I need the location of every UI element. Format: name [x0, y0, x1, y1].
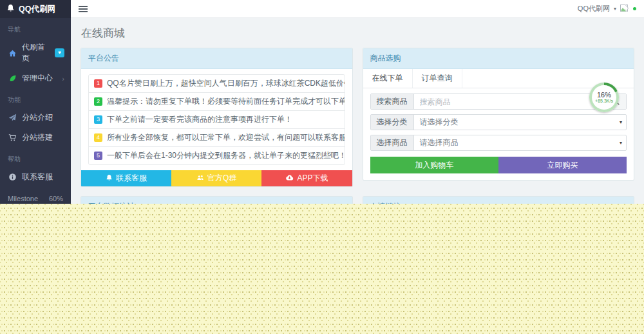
number-badge: 5: [94, 152, 102, 160]
cloud-download-icon: [285, 174, 294, 183]
number-badge: 1: [94, 79, 102, 88]
buy-now-button[interactable]: 立即购买: [498, 157, 627, 173]
home-icon: [8, 48, 17, 57]
broken-image-icon: [620, 5, 629, 14]
number-badge: 4: [94, 133, 102, 142]
users-icon: [196, 174, 204, 183]
announcement-text: 一般下单后会在1-30分钟内提交到服务器，就让单子来的更猛烈些吧！: [107, 150, 345, 161]
sidebar-item-label: 分站搭建: [22, 132, 53, 143]
sidebar-item-admin-center[interactable]: 管理中心 ›: [0, 68, 71, 88]
caret-down-icon: ▾: [614, 6, 616, 12]
cart-icon: [8, 133, 17, 142]
tab-order-query[interactable]: 订单查询: [413, 69, 462, 88]
panel-announcements-title: 平台公告: [81, 48, 352, 69]
category-select-row: 选择分类 请选择分类 ▾: [370, 114, 627, 130]
sidebar-item-contact-support[interactable]: 联系客服: [0, 167, 71, 187]
download-percent: 16%: [597, 91, 611, 99]
sidebar-item-home[interactable]: 代刷首页 ♥: [0, 37, 71, 68]
page-title: 在线商城: [80, 19, 634, 48]
search-product-input[interactable]: [414, 94, 605, 109]
download-progress-overlay[interactable]: 16% +85.3K/s: [589, 83, 619, 112]
caret-down-icon: ▾: [620, 119, 622, 125]
announcement-item: 3 下单之前请一定要看完该商品的注意事项再进行下单！: [89, 110, 345, 128]
announcement-text: 下单之前请一定要看完该商品的注意事项再进行下单！: [107, 114, 292, 125]
product-select[interactable]: 请选择商品: [414, 135, 620, 150]
brand-name: QQ代刷网: [19, 4, 55, 15]
search-product-row: 搜索商品: [370, 93, 627, 110]
topbar: QQ代刷网 ▾: [71, 0, 644, 18]
sidebar-item-substation-intro[interactable]: 分站介绍: [0, 108, 71, 128]
button-label: 联系客服: [116, 173, 147, 184]
sidebar-item-label: 管理中心: [22, 73, 53, 84]
shop-buttons: 加入购物车 立即购买: [370, 157, 627, 173]
contact-support-button[interactable]: 联系客服: [81, 170, 171, 186]
download-speed: +85.3K/s: [595, 99, 613, 104]
announcement-text: 所有业务全部恢复，都可以正常下单，欢迎尝试，有问题可以联系客服: [107, 132, 345, 143]
panel-shop: 商品选购 在线下单 订单查询 搜索商品 选择分类 请选择分类 ▾: [363, 48, 635, 181]
product-select-row: 选择商品 请选择商品 ▾: [370, 135, 627, 151]
announcement-text: 温馨提示：请勿重复下单哦！必须要等待前面任务订单完成才可以下单！: [107, 96, 345, 107]
announcement-item: 5 一般下单后会在1-30分钟内提交到服务器，就让单子来的更猛烈些吧！: [89, 146, 345, 164]
sidebar-section-nav: 导航: [0, 18, 71, 37]
add-to-cart-button[interactable]: 加入购物车: [370, 157, 498, 173]
button-label: 官方Q群: [207, 173, 236, 184]
sidebar-item-label: 代刷首页: [22, 42, 50, 64]
announcement-item: 2 温馨提示：请勿重复下单哦！必须要等待前面任务订单完成才可以下单！: [89, 92, 345, 110]
app-download-button[interactable]: APP下载: [261, 170, 352, 186]
announcement-text: QQ名片赞日刷上万，超快空间人气日刷百万，球球冰红茶CDK超低价销售: [107, 78, 345, 89]
user-menu[interactable]: QQ代刷网 ▾: [578, 4, 636, 14]
announcement-list: 1 QQ名片赞日刷上万，超快空间人气日刷百万，球球冰红茶CDK超低价销售 2 温…: [88, 74, 345, 165]
product-select-label: 选择商品: [371, 135, 414, 150]
button-label: APP下载: [297, 173, 328, 184]
sidebar-section-help: 帮助: [0, 148, 71, 167]
sidebar-item-label: 分站介绍: [22, 112, 53, 123]
caret-down-icon: ▾: [620, 140, 622, 146]
user-menu-label: QQ代刷网: [578, 4, 610, 14]
heart-badge: ♥: [55, 48, 64, 57]
announcement-item: 1 QQ名片赞日刷上万，超快空间人气日刷百万，球球冰红茶CDK超低价销售: [89, 75, 345, 92]
announcement-buttons: 联系客服 官方Q群 APP下载: [81, 170, 352, 186]
brand-logo[interactable]: QQ代刷网: [0, 0, 71, 18]
paper-plane-icon: [8, 113, 17, 123]
hamburger-menu-icon[interactable]: [79, 5, 88, 14]
online-status-dot: [633, 7, 636, 10]
leaf-icon: [8, 74, 17, 83]
category-select-label: 选择分类: [371, 115, 414, 130]
bell-icon: [106, 174, 113, 183]
search-product-label: 搜索商品: [371, 94, 414, 109]
sidebar-section-features: 功能: [0, 88, 71, 108]
cropped-pattern-area: [0, 204, 644, 334]
official-qq-group-button[interactable]: 官方Q群: [171, 170, 261, 186]
bell-icon: [6, 4, 15, 14]
sidebar-item-substation-build[interactable]: 分站搭建: [0, 128, 71, 148]
number-badge: 2: [94, 97, 102, 106]
announcement-item: 4 所有业务全部恢复，都可以正常下单，欢迎尝试，有问题可以联系客服: [89, 128, 345, 146]
panel-shop-title: 商品选购: [363, 48, 634, 69]
info-circle-icon: [8, 173, 17, 182]
tab-online-order[interactable]: 在线下单: [363, 69, 413, 88]
progress-value: 60%: [49, 195, 63, 202]
sidebar-item-label: 联系客服: [22, 172, 53, 182]
chevron-right-icon: ›: [62, 75, 64, 83]
download-progress-ring: 16% +85.3K/s: [589, 83, 619, 112]
panel-announcements: 平台公告 1 QQ名片赞日刷上万，超快空间人气日刷百万，球球冰红茶CDK超低价销…: [80, 48, 353, 187]
progress-label: Milestone: [8, 195, 38, 202]
category-select[interactable]: 请选择分类: [414, 115, 620, 130]
number-badge: 3: [94, 115, 102, 124]
